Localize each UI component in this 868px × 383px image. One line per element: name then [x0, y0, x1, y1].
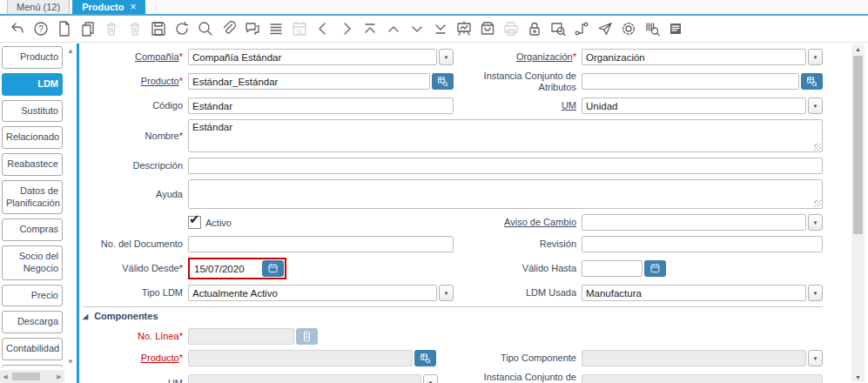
nombre-textarea[interactable]: Estándar: [188, 119, 823, 152]
comp-product-search-button[interactable]: [414, 350, 436, 366]
sidebar-horizontal-scrollbar[interactable]: ◀ ▶: [0, 370, 64, 383]
valido-desde-calendar-button[interactable]: [262, 260, 284, 277]
report-icon[interactable]: [455, 20, 473, 37]
activo-checkbox[interactable]: ✔: [188, 216, 201, 229]
first-record-icon[interactable]: [361, 20, 379, 37]
chat-icon[interactable]: [244, 20, 261, 37]
request-icon[interactable]: [596, 20, 614, 37]
scroll-down-icon[interactable]: ▼: [851, 374, 865, 380]
sidebar-tab-relacionado[interactable]: Relacionado: [2, 126, 63, 149]
comp-um-combo[interactable]: ▼: [188, 374, 438, 383]
panel-splitter[interactable]: [77, 44, 79, 383]
help-icon[interactable]: ?: [32, 20, 50, 37]
sidebar-tab-compras[interactable]: Compras: [2, 218, 63, 241]
tipo-ldm-combo[interactable]: Actualmente Activo ▼: [188, 285, 454, 301]
sidebar-tab-reabastece[interactable]: Reabastece: [2, 153, 63, 176]
dropdown-arrow-icon[interactable]: ▼: [808, 285, 823, 301]
sidebar-tab-socio-negocio[interactable]: Socio del Negocio: [2, 245, 63, 280]
comp-producto-label: Producto*: [83, 353, 183, 364]
resize-handle-icon[interactable]: [814, 200, 821, 207]
sidebar-tab-transacciones[interactable]: Transacciones: [2, 365, 63, 367]
revision-input[interactable]: [582, 236, 823, 252]
parent-record-icon[interactable]: [385, 20, 402, 37]
grid-toggle-icon[interactable]: [267, 20, 285, 37]
private-lock-icon[interactable]: [526, 20, 543, 37]
sidebar-tab-descarga[interactable]: Descarga: [2, 311, 63, 333]
workflow-icon[interactable]: [573, 20, 590, 37]
attachment-icon[interactable]: [220, 20, 238, 37]
um-combo[interactable]: Unidad ▼: [582, 97, 823, 114]
valido-desde-input[interactable]: 15/07/2020: [191, 260, 262, 277]
attribute-set-button[interactable]: [801, 73, 823, 90]
tab-sidebar: Producto LDM Sustituto Relacionado Reaba…: [0, 44, 77, 383]
aviso-label: Aviso de Cambio: [459, 217, 576, 228]
aviso-combo[interactable]: ▼: [582, 214, 823, 231]
tipo-ldm-value[interactable]: Actualmente Activo: [188, 285, 437, 301]
sidebar-tab-datos-planificacion[interactable]: Datos de Planificación: [2, 180, 63, 215]
section-divider: [83, 306, 823, 307]
dropdown-arrow-icon[interactable]: ▼: [439, 49, 454, 65]
instancia-input[interactable]: [582, 73, 799, 90]
vscroll-thumb[interactable]: [853, 56, 863, 234]
valido-hasta-calendar-button[interactable]: [644, 260, 666, 277]
scroll-right-icon[interactable]: ▶: [54, 373, 64, 380]
organizacion-combo[interactable]: Organización ▼: [582, 49, 823, 65]
dropdown-arrow-icon[interactable]: ▼: [808, 97, 823, 114]
descripcion-input[interactable]: [188, 158, 823, 174]
ayuda-textarea[interactable]: [188, 179, 823, 209]
compania-value[interactable]: Compañía Estándar: [188, 49, 437, 65]
resize-handle-icon[interactable]: [814, 144, 821, 151]
archive-icon[interactable]: [479, 20, 496, 37]
zoom-across-icon[interactable]: [549, 20, 567, 37]
svg-text:31: 31: [296, 29, 303, 35]
dropdown-arrow-icon[interactable]: ▼: [439, 285, 454, 301]
tab-menu[interactable]: Menú (12): [7, 0, 70, 14]
dropdown-arrow-icon[interactable]: ▼: [808, 214, 823, 231]
save-icon[interactable]: [150, 20, 167, 37]
sidebar-tab-contabilidad[interactable]: Contabilidad: [2, 338, 63, 360]
detail-record-icon[interactable]: [408, 20, 426, 37]
compania-combo[interactable]: Compañía Estándar ▼: [188, 49, 454, 65]
no-documento-input[interactable]: [188, 236, 454, 252]
copy-record-icon[interactable]: [79, 20, 97, 37]
close-tab-icon[interactable]: ×: [130, 3, 136, 11]
find-icon[interactable]: [197, 20, 214, 37]
hscroll-thumb[interactable]: [12, 373, 40, 380]
dropdown-arrow-icon[interactable]: ▼: [423, 374, 438, 383]
producto-input[interactable]: Estándar_Estándar: [188, 73, 430, 90]
tab-producto[interactable]: Producto ×: [72, 0, 145, 14]
sidebar-tab-precio[interactable]: Precio: [2, 285, 63, 307]
sidebar-scroll-down-icon[interactable]: ▼: [67, 358, 74, 366]
valido-hasta-label: Válido Hasta: [459, 263, 576, 274]
dropdown-arrow-icon[interactable]: ▼: [808, 350, 823, 366]
refresh-icon[interactable]: [173, 20, 191, 37]
tipo-componente-combo[interactable]: ▼: [582, 350, 823, 366]
ldm-usada-value[interactable]: Manufactura: [582, 285, 806, 301]
product-info-icon[interactable]: [643, 20, 661, 37]
last-record-icon[interactable]: [432, 20, 449, 37]
dropdown-arrow-icon[interactable]: ▼: [808, 49, 823, 65]
sidebar-tab-ldm[interactable]: LDM: [2, 73, 63, 96]
undo-icon[interactable]: [9, 20, 26, 37]
organizacion-value[interactable]: Organización: [582, 49, 806, 65]
previous-record-icon[interactable]: [314, 20, 332, 37]
sidebar-scroll-up-icon[interactable]: ▲: [67, 47, 74, 55]
vertical-scrollbar[interactable]: ▲ ▼: [851, 44, 865, 382]
sidebar-tab-producto[interactable]: Producto: [2, 46, 63, 69]
componentes-title: Componentes: [94, 311, 158, 321]
next-record-icon[interactable]: [338, 20, 355, 37]
sidebar-tab-sustituto[interactable]: Sustituto: [2, 100, 63, 123]
new-record-icon[interactable]: [56, 20, 73, 37]
collapse-icon[interactable]: ◢: [83, 312, 88, 320]
um-value[interactable]: Unidad: [582, 97, 806, 114]
product-search-button[interactable]: [432, 73, 454, 90]
componentes-header[interactable]: ◢ Componentes: [83, 311, 823, 321]
customize-icon[interactable]: [620, 20, 637, 37]
print-preview-icon[interactable]: [667, 20, 684, 37]
ldm-usada-combo[interactable]: Manufactura ▼: [582, 285, 823, 301]
codigo-input[interactable]: Estándar: [188, 97, 454, 114]
scroll-left-icon[interactable]: ◀: [0, 373, 10, 380]
valido-hasta-input[interactable]: [582, 260, 643, 277]
aviso-value[interactable]: [582, 214, 806, 231]
scroll-up-icon[interactable]: ▲: [851, 46, 865, 52]
